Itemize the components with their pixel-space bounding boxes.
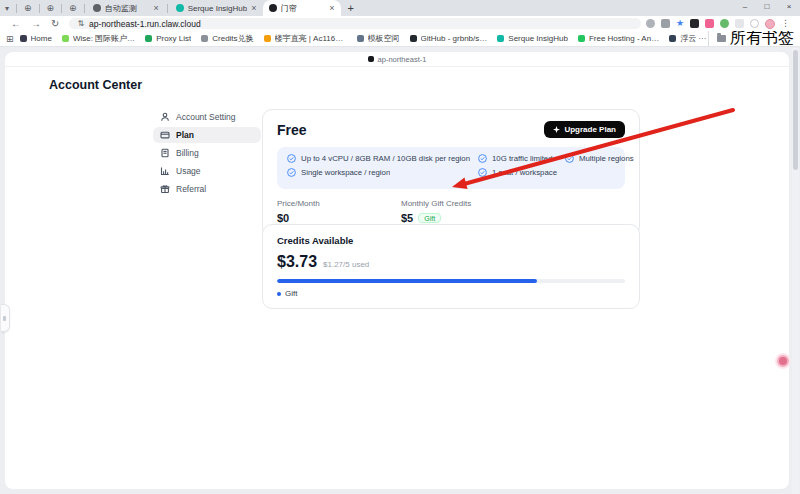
bookmark-favicon-icon — [669, 35, 676, 42]
bookmark-item[interactable]: GitHub - grbnb/s… — [410, 34, 488, 43]
browser-menu-icon[interactable]: ⋮ — [781, 19, 790, 28]
plan-feature: Single workspace / region — [287, 168, 470, 177]
bookmark-favicon-icon — [62, 35, 69, 42]
bookmark-label: Home — [31, 34, 52, 43]
incognito-icon[interactable] — [750, 19, 759, 28]
tab-title: Serque InsigHub — [188, 4, 248, 13]
scrollbar-thumb[interactable] — [793, 50, 798, 170]
refresh-icon[interactable]: ↻ — [46, 17, 64, 31]
sidebar-item-referral[interactable]: Referral — [153, 181, 261, 197]
account-sidebar: Account SettingPlanBillingUsageReferral — [153, 109, 261, 199]
bookmark-item[interactable]: Proxy List — [145, 34, 191, 43]
chart-icon — [160, 166, 170, 176]
bookmark-label: 模板空间 — [368, 33, 400, 44]
gift-badge: Gift — [418, 213, 441, 223]
all-bookmarks-label: 所有书签 — [730, 31, 794, 47]
gift-credits-value: $5 — [401, 212, 413, 224]
bookmark-label: Serque InsigHub — [508, 34, 568, 43]
brand-logo-icon — [368, 56, 374, 62]
tab-close-icon[interactable]: × — [251, 3, 256, 13]
sidebar-item-usage[interactable]: Usage — [153, 163, 261, 179]
check-circle-icon — [287, 168, 296, 177]
address-bar[interactable]: ⇅ ap-northeast-1.run.claw.cloud — [69, 18, 641, 29]
tab[interactable]: Serque InsigHub× — [170, 0, 263, 16]
check-circle-icon — [478, 154, 487, 163]
bookmark-item[interactable]: Wise: 国际账户… — [62, 33, 135, 44]
pinned-tab[interactable]: ⊕ — [19, 1, 37, 15]
close-window-button[interactable]: × — [778, 0, 800, 14]
pinned-tab[interactable]: ⊕ — [42, 1, 60, 15]
price-block: Price/Month $0 — [277, 199, 401, 224]
site-settings-icon[interactable]: ⇅ — [77, 19, 84, 28]
extensions-puzzle-icon[interactable] — [735, 19, 744, 28]
bookmark-item[interactable]: 楼宇直亮 | Ac1160… — [264, 33, 347, 44]
tab-title: 自动监测 — [105, 3, 150, 14]
plan-feature: Multiple regions — [565, 154, 634, 163]
upgrade-plan-button[interactable]: Upgrade Plan — [544, 121, 625, 138]
check-circle-icon — [565, 154, 574, 163]
bookmark-item[interactable]: 模板空间 — [357, 33, 400, 44]
bookmark-item[interactable]: Free Hosting - An… — [578, 34, 659, 43]
gift-legend-label: Gift — [285, 289, 297, 298]
pinned-tab[interactable]: ⊕ — [64, 1, 82, 15]
plan-card: Free Upgrade Plan Up to 4 vCPU / 8GB RAM… — [262, 109, 640, 237]
bookmark-favicon-icon — [578, 35, 585, 42]
maximize-button[interactable]: □ — [756, 0, 778, 14]
forward-icon[interactable]: → — [26, 17, 46, 31]
translate-icon[interactable] — [661, 19, 670, 28]
credits-amount: $3.73 — [277, 253, 317, 271]
minimize-button[interactable]: – — [734, 0, 756, 14]
extension-green-icon[interactable] — [720, 19, 729, 28]
bookmark-favicon-icon — [497, 35, 504, 42]
tab-search-icon[interactable]: ▾ — [0, 4, 14, 13]
region-label[interactable]: ap-northeast-1 — [378, 55, 427, 64]
window-controls: – □ × — [734, 0, 800, 16]
tab-favicon-icon — [269, 4, 277, 12]
feature-label: 10G traffic limited — [492, 154, 553, 163]
profile-avatar[interactable] — [765, 19, 775, 29]
new-tab-button[interactable]: + — [341, 2, 361, 14]
folder-icon — [717, 35, 726, 42]
credits-title: Credits Available — [277, 235, 625, 246]
sidebar-item-plan[interactable]: Plan — [153, 127, 261, 143]
plan-name: Free — [277, 122, 307, 138]
tab-active[interactable]: 门帘× — [263, 0, 341, 16]
credits-progress-track — [277, 279, 625, 283]
extension-dark-icon[interactable] — [690, 19, 699, 28]
sidebar-item-label: Plan — [176, 130, 194, 140]
floating-widget-button[interactable] — [775, 353, 791, 369]
plan-feature: Up to 4 vCPU / 8GB RAM / 10GB disk per r… — [287, 154, 470, 163]
price-label: Price/Month — [277, 199, 401, 208]
browser-navbar: ← → ↻ ⇅ ap-northeast-1.run.claw.cloud ★ … — [0, 16, 800, 31]
sidebar-item-label: Billing — [176, 148, 199, 158]
bookmark-item[interactable]: Home — [20, 34, 52, 43]
gift-credits-label: Monthly Gift Credits — [401, 199, 471, 208]
credits-legend: Gift — [277, 289, 625, 298]
bookmark-item[interactable]: Credits兑换 — [201, 33, 253, 44]
bookmark-item[interactable]: Serque InsigHub — [497, 34, 568, 43]
check-circle-icon — [478, 168, 487, 177]
page-scrollbar[interactable] — [792, 48, 799, 494]
reading-list-icon[interactable] — [646, 19, 655, 28]
sidebar-item-account-setting[interactable]: Account Setting — [153, 109, 261, 125]
sidebar-item-billing[interactable]: Billing — [153, 145, 261, 161]
all-bookmarks-button[interactable]: 所有书签 — [708, 31, 794, 47]
plan-features-panel: Up to 4 vCPU / 8GB RAM / 10GB disk per r… — [277, 147, 625, 189]
tab-favicon-icon — [93, 4, 101, 12]
bookmark-item[interactable]: 浮云 ··· Claw Cloud — [669, 33, 708, 44]
extension-pink-icon[interactable] — [705, 19, 714, 28]
tab-close-icon[interactable]: × — [153, 3, 158, 13]
apps-grid-icon[interactable]: ⊞ — [6, 34, 14, 44]
app-topbar: ap-northeast-1 — [5, 52, 789, 67]
bookmark-star-icon[interactable]: ★ — [676, 19, 684, 28]
bookmark-favicon-icon — [264, 35, 271, 42]
credits-card: Credits Available $3.73 $1.27/5 used Gif… — [262, 224, 640, 309]
tab[interactable]: 自动监测× — [87, 0, 165, 16]
sidebar-drawer-handle[interactable] — [1, 304, 10, 332]
back-icon[interactable]: ← — [6, 17, 26, 31]
user-icon — [160, 112, 170, 122]
tab-close-icon[interactable]: × — [329, 3, 334, 13]
tab-favicon-icon — [176, 4, 184, 12]
check-circle-icon — [287, 154, 296, 163]
bookmark-label: 楼宇直亮 | Ac1160… — [275, 33, 347, 44]
